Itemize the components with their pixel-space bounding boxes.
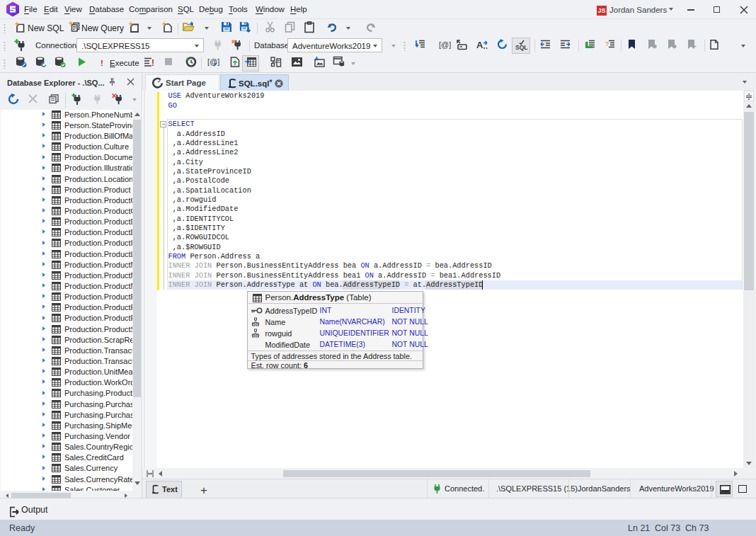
svg-text:[@]: [@] [439, 40, 451, 49]
svg-text:SQL: SQL [515, 44, 527, 51]
svg-text:[@]: [@] [207, 57, 219, 66]
svg-text:!: ! [151, 58, 154, 68]
svg-text:A: A [476, 40, 483, 50]
svg-text:?: ? [605, 40, 609, 47]
